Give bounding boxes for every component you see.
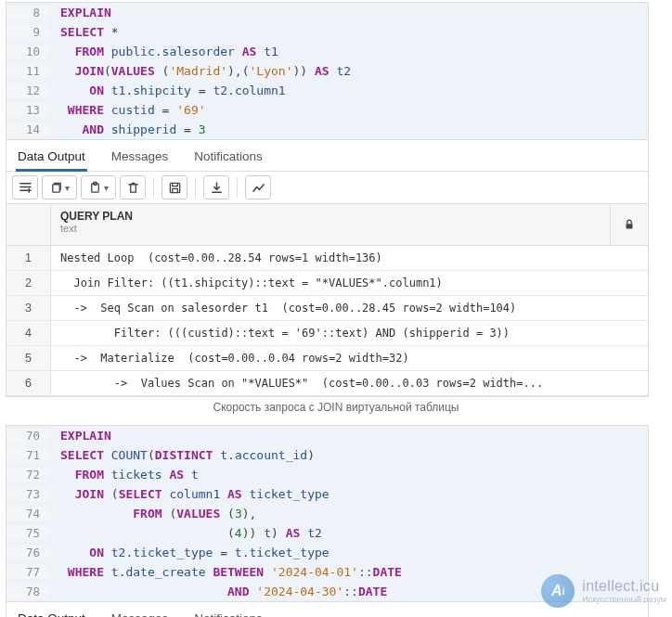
row-number: 1 (6, 246, 51, 270)
query-plan-cell[interactable]: Nested Loop (cost=0.00..28.54 rows=1 wid… (51, 246, 648, 270)
download-button[interactable] (203, 175, 229, 199)
rownum-header (6, 204, 51, 245)
separator (195, 177, 196, 198)
code-line[interactable]: 74 FROM (VALUES (3), (6, 504, 648, 523)
code-line[interactable]: 13 WHERE custid = '69' (6, 100, 648, 120)
line-number: 13 (6, 103, 49, 117)
query-plan-cell[interactable]: -> Values Scan on "*VALUES*" (cost=0.00.… (51, 371, 648, 395)
code-text[interactable]: ON t1.shipcity = t2.column1 (49, 84, 648, 97)
code-text[interactable]: JOIN (SELECT column1 AS ticket_type (49, 487, 648, 501)
tab-notifications[interactable]: Notifications (192, 146, 265, 171)
code-line[interactable]: 76 ON t2.ticket_type = t.ticket_type (6, 543, 648, 562)
row-number: 4 (6, 321, 51, 345)
code-line[interactable]: 10 FROM public.salesorder AS t1 (6, 42, 648, 61)
save-results-button[interactable] (162, 175, 187, 199)
paste-button[interactable]: ▾ (81, 175, 116, 199)
tab-messages[interactable]: Messages (110, 608, 171, 617)
tab-data-output[interactable]: Data Output (16, 608, 87, 617)
line-number: 10 (6, 45, 49, 58)
row-number: 3 (6, 296, 51, 320)
watermark: Ai intellect.icu Искусственный разум (541, 574, 666, 608)
code-line[interactable]: 75 (4)) t) AS t2 (6, 523, 648, 543)
code-text[interactable]: FROM tickets AS t (49, 468, 648, 482)
tab-data-output[interactable]: Data Output (16, 146, 87, 172)
query-plan-cell[interactable]: -> Materialize (cost=0.00..0.04 rows=2 w… (51, 346, 648, 370)
line-number: 73 (6, 487, 49, 501)
code-text[interactable]: SELECT COUNT(DISTINCT t.account_id) (49, 448, 648, 462)
row-number: 2 (6, 271, 51, 295)
line-number: 14 (6, 122, 49, 136)
code-text[interactable]: EXPLAIN (49, 6, 648, 19)
code-line[interactable]: 11 JOIN(VALUES ('Madrid'),('Lyon')) AS t… (6, 61, 648, 81)
code-text[interactable]: FROM public.salesorder AS t1 (49, 45, 648, 58)
line-number: 75 (6, 526, 49, 540)
sql-editor-1[interactable]: 8EXPLAIN9SELECT *10 FROM public.salesord… (6, 3, 648, 139)
code-line[interactable]: 73 JOIN (SELECT column1 AS ticket_type (6, 484, 648, 504)
code-line[interactable]: 9SELECT * (6, 22, 648, 42)
row-number: 6 (6, 371, 51, 395)
copy-button[interactable]: ▾ (42, 175, 77, 199)
chevron-down-icon: ▾ (104, 183, 109, 193)
code-line[interactable]: 12 ON t1.shipcity = t2.column1 (6, 81, 648, 100)
caption-text: Скорость запроса с JOIN виртуальной табл… (0, 401, 672, 414)
watermark-name: intellect.icu (582, 578, 666, 595)
result-grid-body: 1Nested Loop (cost=0.00..28.54 rows=1 wi… (6, 246, 648, 396)
query-plan-cell[interactable]: -> Seq Scan on salesorder t1 (cost=0.00.… (51, 296, 648, 320)
code-text[interactable]: EXPLAIN (49, 429, 648, 443)
table-row[interactable]: 6 -> Values Scan on "*VALUES*" (cost=0.0… (6, 371, 648, 396)
chevron-down-icon: ▾ (65, 183, 70, 193)
tab-notifications[interactable]: Notifications (192, 608, 265, 617)
lock-icon (611, 218, 648, 231)
code-line[interactable]: 14 AND shipperid = 3 (6, 120, 648, 139)
add-row-button[interactable] (12, 175, 38, 199)
line-number: 9 (6, 25, 49, 39)
delete-button[interactable] (120, 175, 146, 199)
line-number: 11 (6, 64, 49, 78)
code-text[interactable]: FROM (VALUES (3), (49, 507, 648, 521)
code-text[interactable]: (4)) t) AS t2 (49, 526, 648, 540)
code-line[interactable]: 8EXPLAIN (6, 3, 648, 22)
separator (237, 177, 238, 198)
row-number: 5 (6, 346, 51, 370)
result-grid-header: QUERY PLAN text (6, 204, 648, 246)
svg-rect-3 (170, 183, 179, 192)
code-text[interactable]: JOIN(VALUES ('Madrid'),('Lyon')) AS t2 (49, 64, 648, 78)
table-row[interactable]: 5 -> Materialize (cost=0.00..0.04 rows=2… (6, 346, 648, 371)
line-number: 8 (6, 6, 49, 19)
table-row[interactable]: 2 Join Filter: ((t1.shipcity)::text = "*… (6, 271, 648, 296)
column-header-query-plan[interactable]: QUERY PLAN text (51, 204, 611, 245)
line-number: 76 (6, 546, 49, 559)
line-number: 71 (6, 448, 49, 462)
watermark-logo: Ai (541, 574, 575, 608)
result-toolbar: ▾ ▾ (6, 172, 648, 204)
column-type: text (60, 223, 601, 234)
line-number: 78 (6, 585, 49, 598)
query-plan-cell[interactable]: Filter: (((custid)::text = '69'::text) A… (51, 321, 648, 345)
line-number: 70 (6, 429, 49, 443)
code-line[interactable]: 70EXPLAIN (6, 426, 648, 445)
table-row[interactable]: 1Nested Loop (cost=0.00..28.54 rows=1 wi… (6, 246, 648, 271)
line-number: 72 (6, 468, 49, 482)
line-number: 12 (6, 84, 49, 97)
result-tabs-1: Data OutputMessagesNotifications (6, 139, 648, 172)
chart-button[interactable] (245, 175, 271, 199)
svg-rect-4 (627, 224, 633, 228)
line-number: 77 (6, 565, 49, 579)
query-plan-cell[interactable]: Join Filter: ((t1.shipcity)::text = "*VA… (51, 271, 648, 295)
code-text[interactable]: AND shipperid = 3 (49, 122, 648, 136)
svg-rect-0 (53, 184, 60, 191)
code-line[interactable]: 72 FROM tickets AS t (6, 465, 648, 484)
table-row[interactable]: 3 -> Seq Scan on salesorder t1 (cost=0.0… (6, 296, 648, 321)
code-line[interactable]: 71SELECT COUNT(DISTINCT t.account_id) (6, 445, 648, 465)
code-text[interactable]: SELECT * (49, 25, 648, 39)
query-panel-1: 8EXPLAIN9SELECT *10 FROM public.salesord… (6, 2, 649, 397)
code-text[interactable]: ON t2.ticket_type = t.ticket_type (49, 546, 648, 559)
column-title: QUERY PLAN (60, 210, 601, 223)
code-text[interactable]: WHERE custid = '69' (49, 103, 648, 117)
watermark-tagline: Искусственный разум (582, 595, 666, 604)
separator (153, 177, 154, 198)
tab-messages[interactable]: Messages (110, 146, 171, 171)
table-row[interactable]: 4 Filter: (((custid)::text = '69'::text)… (6, 321, 648, 346)
line-number: 74 (6, 507, 49, 521)
